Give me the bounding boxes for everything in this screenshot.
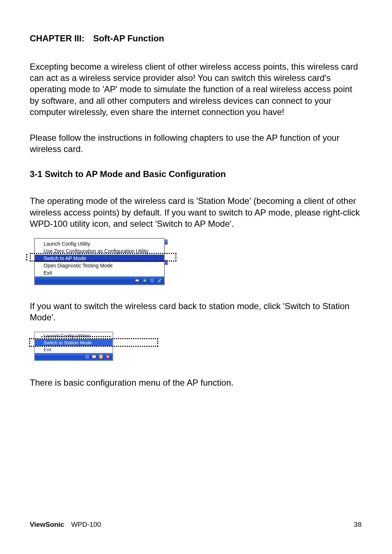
context-menu-screenshot-1: Launch Config Utility Use Zero Configura…	[30, 238, 176, 285]
menu-item-launch-config-utility[interactable]: Launch Config Utility	[35, 240, 164, 247]
callout-connector	[41, 336, 110, 337]
context-menu-screenshot-2: Launch Config Utilities Switch to Statio…	[30, 332, 159, 361]
submenu-indicator	[165, 239, 168, 245]
taskbar	[35, 353, 113, 360]
callout-box	[29, 338, 158, 347]
callout-box	[30, 253, 176, 262]
context-menu-1: Launch Config Utility Use Zero Configura…	[34, 238, 165, 285]
svg-rect-1	[139, 280, 140, 281]
paragraph-3: The operating mode of the wireless card …	[30, 195, 363, 229]
paragraph-1: Excepting become a wireless client of ot…	[30, 61, 363, 118]
tray-volume-icon	[150, 278, 155, 283]
paragraph-2: Please follow the instructions in follow…	[30, 132, 363, 155]
tray-icon-1	[85, 354, 90, 359]
footer-model: WPD-100	[71, 521, 101, 528]
callout-connector	[26, 254, 27, 260]
svg-rect-9	[92, 355, 96, 358]
menu-item-exit-2[interactable]: Exit	[35, 346, 113, 353]
svg-text:+: +	[160, 278, 162, 280]
footer-brand: ViewSonic	[30, 521, 64, 528]
tray-network-icon	[142, 278, 147, 283]
chapter-title: CHAPTER III: Soft-AP Function	[30, 33, 363, 44]
paragraph-5: There is basic configuration menu of the…	[30, 377, 363, 388]
page-footer: ViewSonic WPD-100 38	[30, 521, 362, 529]
paragraph-4: If you want to switch the wireless card …	[30, 300, 363, 323]
svg-rect-4	[158, 281, 158, 282]
svg-rect-5	[159, 280, 159, 282]
tray-close-icon	[105, 354, 110, 359]
svg-point-3	[150, 279, 154, 282]
tray-icon-2	[91, 354, 97, 359]
page-number: 38	[354, 521, 362, 529]
section-title: 3-1 Switch to AP Mode and Basic Configur…	[30, 169, 363, 179]
svg-point-8	[85, 355, 89, 358]
taskbar: +	[35, 276, 164, 284]
tray-wireless-icon: +	[157, 278, 162, 283]
tray-shield-icon	[98, 354, 103, 359]
tray-battery-icon	[135, 278, 140, 283]
menu-item-exit[interactable]: Exit	[35, 269, 164, 276]
menu-item-open-diagnostic[interactable]: Open Diagnostic Testing Mode	[35, 262, 164, 269]
svg-rect-0	[135, 279, 139, 282]
